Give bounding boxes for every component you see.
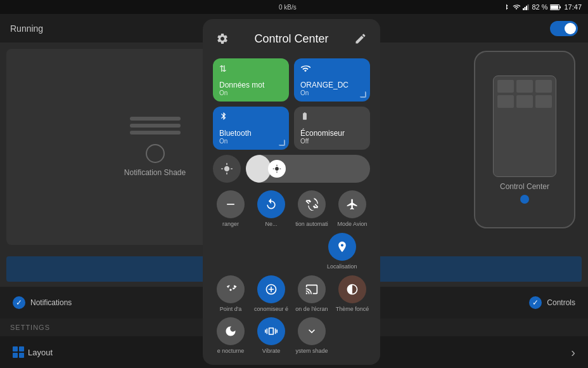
running-toggle[interactable]: [550, 21, 578, 36]
ranger-label: ranger: [222, 221, 239, 228]
phone-screen: [493, 76, 556, 177]
wifi-tile[interactable]: ORANGE_DC On: [294, 58, 370, 102]
minus-icon: [224, 198, 237, 211]
auto-rotate-label: tion automati: [295, 221, 328, 228]
auto-brightness-btn[interactable]: [213, 155, 241, 183]
battery-saver-tile[interactable]: Économiseur Off: [294, 107, 370, 150]
settings-label: SETTINGS: [10, 324, 50, 331]
battery-saver-icon: [300, 112, 309, 121]
card-line: [130, 131, 181, 135]
dark-theme-item[interactable]: Thème foncé: [335, 275, 370, 313]
economy-btn: [257, 275, 285, 303]
spacer: [289, 233, 322, 270]
circles-row-1b: Localisation: [213, 233, 370, 270]
edit-icon-btn[interactable]: [351, 29, 370, 48]
signal-icon: [523, 3, 529, 11]
bt-tile-corner: [279, 140, 285, 146]
system-shade-label: ystem shade: [295, 348, 328, 355]
layout-nav-item[interactable]: Layout: [13, 346, 53, 358]
vibrate-item[interactable]: Vibrate: [253, 317, 289, 355]
auto-rotate-item[interactable]: tion automati: [294, 190, 329, 228]
auto-rotate-btn: [298, 190, 326, 218]
edit-icon: [354, 32, 367, 45]
spacer: [213, 233, 246, 270]
vibrate-icon: [265, 325, 278, 338]
airplane-item[interactable]: Mode Avion: [335, 190, 370, 228]
location-btn: [328, 233, 356, 261]
ranger-item[interactable]: ranger: [213, 190, 248, 228]
system-shade-item[interactable]: ystem shade: [294, 317, 329, 355]
tiles-row-1: ⇅ Données mot On ORANGE_DC On: [213, 58, 370, 102]
tile-corner-icon: [360, 91, 366, 98]
status-bar: 0 kB/s 82 % 17:47: [0, 0, 588, 14]
rotate-icon: [265, 198, 278, 211]
phone-grid: [497, 80, 552, 108]
brightness-auto-icon: [220, 162, 233, 175]
control-panel: Control Center ⇅ Données mot On ORANGE_D…: [203, 19, 380, 365]
panel-header: Control Center: [213, 29, 370, 48]
vibrate-label: Vibrate: [262, 348, 280, 355]
cast-item[interactable]: on de l'écran: [294, 275, 329, 313]
mobile-data-icon: ⇅: [219, 63, 227, 74]
ne-item[interactable]: Ne...: [253, 190, 289, 228]
night-mode-btn: [217, 317, 245, 345]
card-circle: [146, 144, 165, 163]
control-center-bg-label: Control Center: [500, 182, 549, 191]
wifi-sub: On: [300, 89, 364, 96]
grid-item: [497, 95, 514, 108]
chevron-right-icon[interactable]: ›: [571, 345, 575, 360]
grid-item: [516, 80, 533, 93]
night-mode-item[interactable]: e nocturne: [213, 317, 248, 355]
bluetooth-tile[interactable]: Bluetooth On: [213, 107, 289, 150]
card-line: [130, 117, 181, 121]
selected-indicator: [520, 195, 529, 204]
circles-row-2: Point d'a conomiseur é on de l'écran: [213, 275, 370, 313]
location-item[interactable]: Localisation: [327, 233, 357, 270]
card-lines: [130, 117, 181, 138]
hotspot-btn: [217, 275, 245, 303]
location-label: Localisation: [327, 263, 357, 270]
brightness-slider[interactable]: [246, 155, 370, 183]
wifi-label: ORANGE_DC: [300, 81, 364, 89]
circles-row-1: ranger Ne... tion automati: [213, 190, 370, 228]
dark-theme-label: Thème foncé: [336, 306, 369, 313]
mobile-data-tile[interactable]: ⇅ Données mot On: [213, 58, 289, 102]
brightness-thumb: [268, 160, 286, 178]
svg-rect-0: [523, 8, 524, 10]
grid-item: [516, 95, 533, 108]
half-circle-icon: [346, 283, 359, 296]
mobile-data-sub: On: [219, 89, 283, 96]
expand-more-icon: [305, 325, 318, 338]
location-icon: [336, 240, 348, 253]
phone-mockup: Control Center: [474, 51, 575, 228]
ne-btn: [257, 190, 285, 218]
notifications-label: Notifications: [30, 298, 72, 307]
battery-saver-label: Économiseur: [300, 129, 364, 138]
cast-btn: [298, 275, 326, 303]
notification-shade-label: Notification Shade: [124, 168, 186, 177]
svg-rect-1: [525, 7, 526, 10]
check-icon: ✓: [13, 296, 25, 309]
night-mode-label: e nocturne: [217, 348, 245, 355]
wifi-status-icon: [513, 3, 520, 11]
brightness-fill: [246, 155, 271, 183]
svg-rect-6: [559, 6, 561, 8]
settings-icon-btn[interactable]: [213, 29, 232, 48]
hotspot-item[interactable]: Point d'a: [213, 275, 248, 313]
speed-indicator: 0 kB/s: [279, 4, 297, 11]
sun-icon: [272, 164, 281, 173]
svg-rect-5: [551, 5, 558, 9]
economy-label: conomiseur é: [254, 306, 288, 313]
controls-label: Controls: [547, 298, 575, 307]
airplane-icon: [346, 198, 359, 211]
battery-saver-sub: Off: [300, 138, 364, 145]
battery-icon: [550, 4, 561, 11]
svg-rect-2: [526, 6, 527, 10]
economy-item[interactable]: conomiseur é: [253, 275, 289, 313]
card-line: [130, 124, 181, 128]
ne-label: Ne...: [265, 221, 277, 228]
grid-item: [497, 80, 514, 93]
running-label: Running: [10, 23, 43, 34]
grid-icon: [13, 346, 24, 358]
svg-rect-3: [528, 4, 529, 10]
